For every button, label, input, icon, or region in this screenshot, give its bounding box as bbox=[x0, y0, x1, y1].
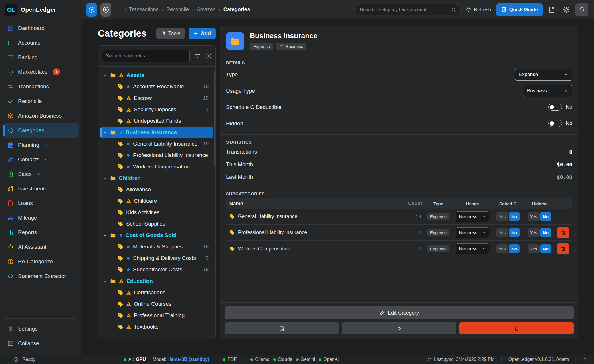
chevron-down-icon[interactable] bbox=[103, 73, 107, 77]
tree-item[interactable]: Allowance bbox=[100, 184, 213, 195]
nav-forward-button[interactable] bbox=[100, 3, 111, 17]
tree-item[interactable]: Shipping & Delivery Costs9 bbox=[100, 252, 213, 264]
schedc-no-button[interactable]: No bbox=[509, 212, 520, 221]
subcategory-usage-select[interactable]: Business bbox=[456, 211, 489, 222]
filter-icon[interactable] bbox=[194, 53, 201, 59]
chevron-down-icon[interactable] bbox=[103, 233, 107, 238]
hidden-yes-button[interactable]: Yes bbox=[528, 212, 540, 221]
schedc-no-button[interactable]: No bbox=[509, 228, 520, 237]
tree-item-cogs[interactable]: Cost of Goods Sold bbox=[100, 230, 213, 241]
tree-item-assets[interactable]: Assets bbox=[100, 69, 213, 81]
sidebar-footer: Settings Collapse bbox=[0, 321, 82, 355]
breadcrumb-ellipsis[interactable]: ... bbox=[117, 7, 121, 13]
sidebar-item-settings[interactable]: Settings bbox=[3, 321, 79, 336]
tree-item[interactable]: Textbooks bbox=[100, 321, 213, 333]
schedc-yes-button[interactable]: Yes bbox=[496, 244, 508, 253]
sidebar-item-contacts[interactable]: Contacts bbox=[3, 152, 79, 167]
chevron-down-icon[interactable] bbox=[103, 130, 107, 135]
sidebar-item-recategorize[interactable]: Re-Categorize bbox=[3, 254, 79, 269]
sidebar-item-transactions[interactable]: Transactions bbox=[3, 79, 79, 94]
hidden-yes-button[interactable]: Yes bbox=[528, 228, 540, 237]
sidebar-item-mileage[interactable]: Mileage bbox=[3, 210, 79, 225]
edit-category-button[interactable]: Edit Category bbox=[225, 306, 574, 319]
duplicate-category-button[interactable] bbox=[225, 322, 339, 334]
sidebar-item-dashboard[interactable]: Dashboard bbox=[3, 21, 79, 35]
hidden-toggle[interactable] bbox=[548, 120, 562, 127]
tree-item-label: Subcontractor Costs bbox=[133, 266, 182, 273]
tree-item-business-insurance-selected[interactable]: Business Insurance bbox=[100, 127, 213, 138]
schedc-yes-button[interactable]: Yes bbox=[496, 228, 508, 237]
type-select[interactable]: Expense bbox=[515, 69, 572, 81]
sidebar-item-amazon-business[interactable]: Amazon Business bbox=[3, 108, 79, 123]
tree-item[interactable]: School Supplies bbox=[100, 218, 213, 230]
sidebar-item-planning[interactable]: Planning bbox=[3, 138, 79, 152]
bar-chart-icon bbox=[7, 229, 14, 236]
tools-button[interactable]: Tools bbox=[156, 28, 185, 39]
tree-item[interactable]: Undeposited Funds bbox=[100, 115, 213, 127]
sidebar-item-ai-assistant[interactable]: AI Assistant bbox=[3, 240, 79, 254]
delete-category-button[interactable] bbox=[459, 322, 574, 334]
sidebar-item-investments[interactable]: Investments bbox=[3, 181, 79, 196]
tree-item[interactable]: Materials & Supplies18 bbox=[100, 241, 213, 252]
schedc-yes-button[interactable]: Yes bbox=[496, 212, 508, 221]
tree-item[interactable]: Childcare bbox=[100, 195, 213, 207]
tree-item[interactable]: Professional Training bbox=[100, 310, 213, 321]
quick-guide-button[interactable]: Quick Guide bbox=[496, 3, 543, 16]
model-value[interactable]: llama-3B (standby) bbox=[168, 357, 209, 362]
tree-item[interactable]: Online Courses bbox=[100, 298, 213, 310]
sidebar-item-reports[interactable]: Reports bbox=[3, 225, 79, 240]
hidden-no-button[interactable]: No bbox=[540, 228, 551, 237]
warning-icon bbox=[119, 279, 124, 284]
tree-item[interactable]: Workers Compensation bbox=[100, 161, 213, 172]
expand-all-icon[interactable] bbox=[205, 53, 211, 59]
tree-item-children[interactable]: Children bbox=[100, 172, 213, 184]
breadcrumb-item[interactable]: Reconcile bbox=[166, 7, 189, 13]
breadcrumb-item[interactable]: Transactions bbox=[129, 7, 158, 13]
tree-item-education[interactable]: Education bbox=[100, 275, 213, 287]
document-button[interactable] bbox=[548, 6, 556, 13]
tree-scrollbar[interactable] bbox=[214, 71, 215, 166]
tree-item[interactable]: Escrow19 bbox=[100, 92, 213, 104]
sidebar-item-label: Amazon Business bbox=[18, 113, 62, 119]
sidebar-item-categories[interactable]: Categories bbox=[3, 123, 79, 138]
schedc-toggle[interactable] bbox=[548, 104, 562, 111]
category-search-input[interactable] bbox=[102, 50, 190, 62]
nav-back-button[interactable] bbox=[86, 3, 97, 17]
tree-item[interactable]: Certifications bbox=[100, 287, 213, 298]
tree-item[interactable]: Security Deposits1 bbox=[100, 104, 213, 115]
sidebar-item-marketplace[interactable]: Marketplace3 bbox=[3, 65, 79, 79]
breadcrumb-item[interactable]: Amazon bbox=[197, 7, 215, 13]
chevron-down-icon[interactable] bbox=[103, 279, 107, 283]
sidebar-item-collapse[interactable]: Collapse bbox=[3, 336, 79, 351]
help-search-input[interactable] bbox=[360, 7, 448, 12]
sidebar-item-reconcile[interactable]: Reconcile bbox=[3, 94, 79, 108]
quick-guide-label: Quick Guide bbox=[509, 7, 538, 13]
hidden-no-button[interactable]: No bbox=[540, 212, 551, 221]
delete-subcategory-button[interactable] bbox=[557, 227, 569, 238]
sidebar-item-statement-extractor[interactable]: Statement Extractor bbox=[3, 269, 79, 283]
tree-item[interactable]: General Liability Insurance19 bbox=[100, 138, 213, 150]
refresh-button[interactable]: Refresh bbox=[464, 7, 493, 13]
sidebar-item-accounts[interactable]: Accounts bbox=[3, 35, 79, 50]
sidebar-item-banking[interactable]: Banking bbox=[3, 50, 79, 65]
subcategory-usage-select[interactable]: Business bbox=[456, 243, 489, 254]
hidden-yes-button[interactable]: Yes bbox=[528, 244, 540, 253]
logo-row: OL OpenLedger bbox=[0, 0, 82, 19]
tree-item[interactable]: Kids Activities bbox=[100, 207, 213, 218]
chevron-down-icon[interactable] bbox=[103, 176, 107, 180]
sidebar-item-sales[interactable]: Sales bbox=[3, 167, 79, 181]
delete-subcategory-button[interactable] bbox=[557, 243, 569, 254]
header-schedc: Sched C bbox=[492, 201, 524, 206]
move-category-button[interactable] bbox=[342, 322, 456, 334]
theme-toggle-button[interactable] bbox=[563, 6, 570, 13]
subcategory-usage-select[interactable]: Business bbox=[456, 227, 489, 238]
tree-item[interactable]: Professional Liability Insurance bbox=[100, 150, 213, 161]
add-category-button[interactable]: Add bbox=[189, 28, 216, 39]
tree-item[interactable]: Accounts Receivable10 bbox=[100, 81, 213, 92]
tree-item[interactable]: Subcontractor Costs19 bbox=[100, 264, 213, 275]
sidebar-item-loans[interactable]: Loans bbox=[3, 196, 79, 210]
notifications-button[interactable] bbox=[575, 3, 588, 16]
schedc-no-button[interactable]: No bbox=[509, 244, 520, 253]
hidden-no-button[interactable]: No bbox=[540, 244, 551, 253]
usage-type-select[interactable]: Business bbox=[523, 85, 572, 97]
